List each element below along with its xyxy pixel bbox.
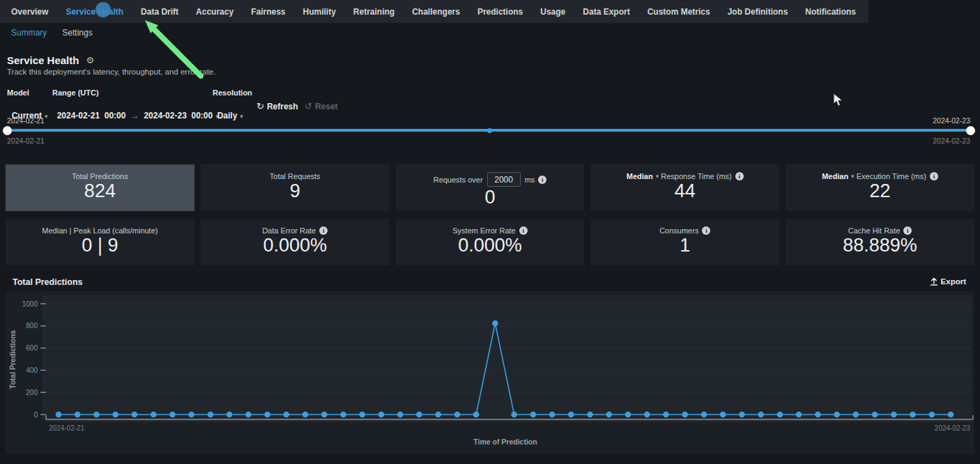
metric-tile-consumers[interactable]: Consumersi1 [590, 219, 779, 265]
nav-tab-data-drift[interactable]: Data Drift [141, 7, 178, 17]
data-point [530, 412, 537, 418]
chevron-down-icon: ▾ [240, 113, 243, 120]
nav-tab-retraining[interactable]: Retraining [353, 7, 395, 17]
range-end-value: 2024-02-23 00:00 [144, 111, 213, 121]
data-point [644, 412, 650, 418]
data-point [264, 412, 270, 418]
data-point [378, 412, 385, 418]
slider-handle-start[interactable] [3, 126, 12, 135]
threshold-input[interactable] [487, 172, 521, 187]
nav-tab-fairness[interactable]: Fairness [251, 7, 285, 17]
data-point [682, 412, 688, 418]
metric-tiles-grid: Total Predictions824Total Requests9Reque… [6, 164, 974, 265]
data-point [112, 412, 118, 418]
page-title-text: Service Health [7, 54, 79, 66]
metric-label: Median▾ Execution Time (ms)i [822, 172, 938, 180]
data-point [834, 412, 840, 418]
metric-label-text: Requests over [434, 176, 483, 184]
info-icon[interactable]: i [519, 226, 528, 235]
data-point [587, 412, 593, 418]
nav-tab-predictions[interactable]: Predictions [477, 7, 523, 17]
resolution-dropdown[interactable]: Daily▾ [213, 101, 243, 121]
data-point [416, 412, 422, 418]
svg-text:2024-02-23: 2024-02-23 [935, 424, 971, 432]
nav-tab-notifications[interactable]: Notifications [805, 7, 856, 17]
metric-tile-cache-hit-rate[interactable]: Cache Hit Ratei88.889% [786, 219, 974, 265]
svg-text:600: 600 [26, 344, 38, 352]
data-point [340, 412, 346, 418]
gear-icon[interactable]: ⚙ [86, 55, 94, 65]
mouse-cursor [833, 93, 844, 108]
metric-value: 0 | 9 [82, 235, 118, 256]
reset-button[interactable]: ↺Reset [305, 101, 338, 111]
metric-label: Requests overmsi [434, 172, 547, 187]
slider-handle-end[interactable] [966, 126, 975, 135]
info-icon[interactable]: i [735, 172, 744, 180]
nav-tab-usage[interactable]: Usage [540, 7, 565, 17]
info-icon[interactable]: i [702, 226, 710, 235]
metric-tile-data-error-rate[interactable]: Data Error Ratei0.000% [201, 219, 390, 265]
data-point [872, 412, 878, 418]
metric-label-text: System Error Rate [452, 226, 515, 235]
reset-label: Reset [315, 102, 338, 111]
nav-tab-humility[interactable]: Humility [303, 7, 336, 17]
metric-tile-execution-time[interactable]: Median▾ Execution Time (ms)i22 [786, 164, 974, 211]
metric-tile-peak-load[interactable]: Median | Peak Load (calls/minute)0 | 9 [6, 219, 194, 265]
reset-icon: ↺ [305, 101, 312, 111]
metric-label-text: Execution Time (ms) [855, 172, 926, 180]
nav-tab-custom-metrics[interactable]: Custom Metrics [648, 7, 710, 17]
nav-tab-challengers[interactable]: Challengers [412, 7, 460, 17]
export-button[interactable]: Export [930, 277, 966, 286]
metric-tile-total-predictions[interactable]: Total Predictions824 [6, 164, 194, 211]
refresh-icon: ↻ [257, 101, 264, 111]
data-point [853, 412, 859, 418]
data-point [758, 412, 764, 418]
data-point [132, 412, 138, 418]
metric-tile-requests-over-ms[interactable]: Requests overmsi0 [396, 164, 585, 211]
metric-tile-response-time[interactable]: Median▾ Response Time (ms)i44 [590, 164, 779, 211]
metric-label: Median | Peak Load (calls/minute) [42, 226, 158, 235]
total-predictions-chart[interactable]: 02004006008001000Total Predictions2024-0… [6, 291, 974, 454]
data-point [625, 412, 631, 418]
data-point [815, 412, 821, 418]
info-icon[interactable]: i [538, 176, 546, 184]
data-point [720, 412, 726, 418]
info-icon[interactable]: i [319, 226, 328, 235]
refresh-button[interactable]: ↻Refresh [257, 101, 298, 111]
aggregation-dropdown[interactable]: Median [627, 172, 653, 180]
svg-text:400: 400 [26, 366, 38, 374]
subnav-tab-summary[interactable]: Summary [11, 28, 47, 38]
subnav-tab-settings[interactable]: Settings [62, 28, 92, 38]
resolution-value: Daily [217, 111, 238, 121]
nav-tab-data-export[interactable]: Data Export [583, 7, 629, 17]
range-dropdown[interactable]: 2024-02-21 00:00→2024-02-23 00:00▾ [52, 101, 219, 121]
nav-tab-overview[interactable]: Overview [11, 7, 48, 17]
svg-text:2024-02-21: 2024-02-21 [49, 424, 85, 432]
page-subtitle: Track this deployment's latency, through… [7, 68, 215, 76]
metric-value: 0 [484, 187, 495, 208]
nav-tab-accuracy[interactable]: Accuracy [196, 7, 233, 17]
data-point [93, 412, 100, 418]
info-icon[interactable]: i [930, 172, 938, 180]
nav-tab-service-health[interactable]: Service Health [66, 7, 123, 17]
data-point [321, 412, 328, 418]
metric-value: 1 [680, 235, 690, 256]
slider-end-label-bottom: 2024-02-23 [933, 137, 970, 145]
data-point [208, 412, 214, 418]
nav-tab-job-definitions[interactable]: Job Definitions [728, 7, 788, 17]
metric-tile-system-error-rate[interactable]: System Error Ratei0.000% [396, 219, 585, 265]
data-point [435, 412, 441, 418]
data-point [492, 320, 498, 327]
metric-value: 88.889% [843, 235, 917, 256]
aggregation-dropdown[interactable]: Median [822, 172, 848, 180]
metric-value: 44 [675, 181, 696, 202]
info-icon[interactable]: i [903, 226, 912, 235]
metric-tile-total-requests[interactable]: Total Requests9 [201, 164, 390, 211]
svg-text:Time of Prediction: Time of Prediction [473, 438, 537, 446]
refresh-label: Refresh [267, 102, 298, 111]
metric-value: 824 [84, 181, 116, 202]
export-icon [930, 277, 938, 286]
data-point [245, 412, 252, 418]
page-title: Service Health ⚙ [7, 54, 94, 66]
svg-text:0: 0 [33, 411, 38, 419]
